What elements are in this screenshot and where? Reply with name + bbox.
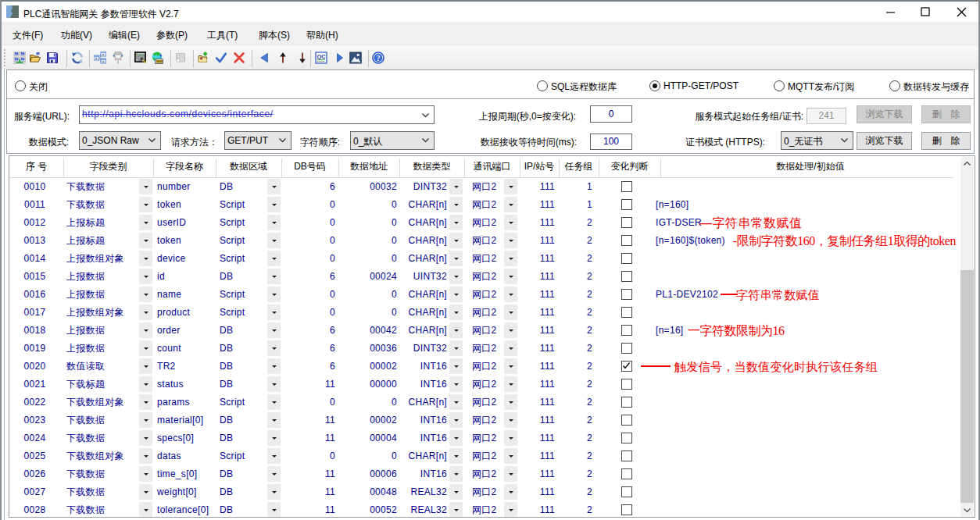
- svg-text:QC: QC: [317, 53, 326, 60]
- svg-text:?: ?: [377, 54, 381, 62]
